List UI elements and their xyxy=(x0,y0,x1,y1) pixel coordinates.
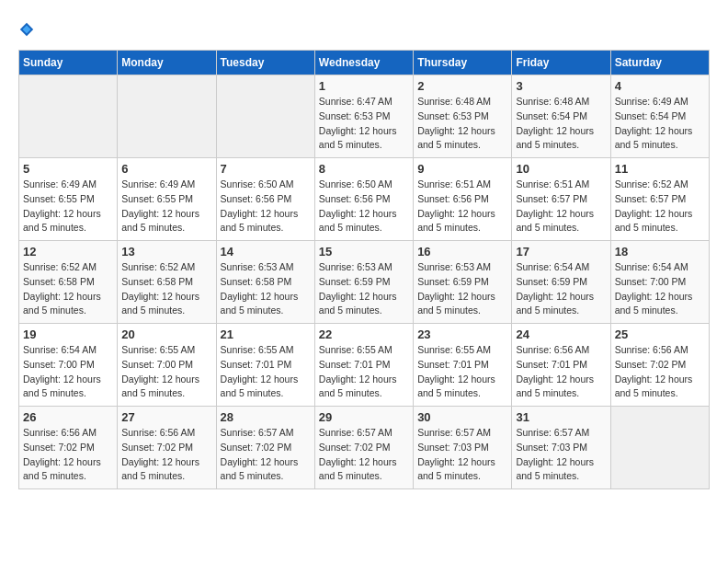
day-info: Sunrise: 6:52 AMSunset: 6:57 PMDaylight:… xyxy=(615,178,705,236)
calendar-cell: 2Sunrise: 6:48 AMSunset: 6:53 PMDaylight… xyxy=(414,75,512,158)
day-number: 21 xyxy=(221,327,311,341)
calendar-cell: 28Sunrise: 6:57 AMSunset: 7:02 PMDayligh… xyxy=(216,407,314,489)
page-header xyxy=(18,18,710,40)
day-info: Sunrise: 6:55 AMSunset: 7:00 PMDaylight:… xyxy=(121,343,211,401)
calendar-cell: 8Sunrise: 6:50 AMSunset: 6:56 PMDaylight… xyxy=(314,158,413,241)
calendar-week-row: 12Sunrise: 6:52 AMSunset: 6:58 PMDayligh… xyxy=(19,241,710,324)
day-info: Sunrise: 6:49 AMSunset: 6:55 PMDaylight:… xyxy=(23,178,113,236)
calendar-cell: 11Sunrise: 6:52 AMSunset: 6:57 PMDayligh… xyxy=(610,158,709,241)
calendar-cell: 20Sunrise: 6:55 AMSunset: 7:00 PMDayligh… xyxy=(118,324,216,407)
day-number: 9 xyxy=(417,162,507,176)
day-number: 27 xyxy=(121,410,211,424)
column-header-sunday: Sunday xyxy=(19,51,118,75)
day-info: Sunrise: 6:57 AMSunset: 7:02 PMDaylight:… xyxy=(319,426,409,484)
day-info: Sunrise: 6:47 AMSunset: 6:53 PMDaylight:… xyxy=(319,95,409,153)
day-number: 7 xyxy=(221,162,311,176)
logo-icon xyxy=(18,21,35,38)
day-info: Sunrise: 6:48 AMSunset: 6:53 PMDaylight:… xyxy=(417,95,507,153)
day-info: Sunrise: 6:49 AMSunset: 6:54 PMDaylight:… xyxy=(615,95,705,153)
calendar-week-row: 19Sunrise: 6:54 AMSunset: 7:00 PMDayligh… xyxy=(19,324,710,407)
day-number: 15 xyxy=(319,245,409,259)
day-number: 24 xyxy=(516,327,606,341)
calendar-cell xyxy=(216,75,314,158)
calendar-week-row: 1Sunrise: 6:47 AMSunset: 6:53 PMDaylight… xyxy=(19,75,710,158)
column-header-thursday: Thursday xyxy=(414,51,512,75)
day-info: Sunrise: 6:56 AMSunset: 7:02 PMDaylight:… xyxy=(121,426,211,484)
day-info: Sunrise: 6:54 AMSunset: 6:59 PMDaylight:… xyxy=(516,260,606,318)
day-info: Sunrise: 6:52 AMSunset: 6:58 PMDaylight:… xyxy=(23,260,113,318)
day-info: Sunrise: 6:54 AMSunset: 7:00 PMDaylight:… xyxy=(615,260,705,318)
day-info: Sunrise: 6:51 AMSunset: 6:56 PMDaylight:… xyxy=(417,178,507,236)
calendar-cell: 19Sunrise: 6:54 AMSunset: 7:00 PMDayligh… xyxy=(19,324,118,407)
day-number: 12 xyxy=(23,245,113,259)
day-number: 5 xyxy=(23,162,113,176)
day-info: Sunrise: 6:55 AMSunset: 7:01 PMDaylight:… xyxy=(319,343,409,401)
day-number: 30 xyxy=(417,410,507,424)
day-info: Sunrise: 6:55 AMSunset: 7:01 PMDaylight:… xyxy=(221,343,311,401)
calendar-cell: 3Sunrise: 6:48 AMSunset: 6:54 PMDaylight… xyxy=(512,75,610,158)
day-number: 31 xyxy=(516,410,606,424)
day-number: 25 xyxy=(615,327,705,341)
day-number: 18 xyxy=(615,245,705,259)
day-number: 23 xyxy=(417,327,507,341)
calendar-cell xyxy=(19,75,118,158)
day-info: Sunrise: 6:49 AMSunset: 6:55 PMDaylight:… xyxy=(121,178,211,236)
calendar-cell: 13Sunrise: 6:52 AMSunset: 6:58 PMDayligh… xyxy=(118,241,216,324)
calendar-cell: 26Sunrise: 6:56 AMSunset: 7:02 PMDayligh… xyxy=(19,407,118,489)
column-header-monday: Monday xyxy=(118,51,216,75)
day-info: Sunrise: 6:57 AMSunset: 7:02 PMDaylight:… xyxy=(221,426,311,484)
day-number: 1 xyxy=(319,79,409,93)
calendar-cell: 27Sunrise: 6:56 AMSunset: 7:02 PMDayligh… xyxy=(118,407,216,489)
day-number: 11 xyxy=(615,162,705,176)
day-info: Sunrise: 6:54 AMSunset: 7:00 PMDaylight:… xyxy=(23,343,113,401)
calendar-cell xyxy=(118,75,216,158)
day-info: Sunrise: 6:55 AMSunset: 7:01 PMDaylight:… xyxy=(417,343,507,401)
calendar-cell: 30Sunrise: 6:57 AMSunset: 7:03 PMDayligh… xyxy=(414,407,512,489)
calendar-header-row: SundayMondayTuesdayWednesdayThursdayFrid… xyxy=(19,51,710,75)
day-number: 17 xyxy=(516,245,606,259)
calendar-cell: 9Sunrise: 6:51 AMSunset: 6:56 PMDaylight… xyxy=(414,158,512,241)
day-number: 29 xyxy=(319,410,409,424)
calendar-cell: 17Sunrise: 6:54 AMSunset: 6:59 PMDayligh… xyxy=(512,241,610,324)
day-info: Sunrise: 6:53 AMSunset: 6:59 PMDaylight:… xyxy=(319,260,409,318)
calendar-cell: 25Sunrise: 6:56 AMSunset: 7:02 PMDayligh… xyxy=(610,324,709,407)
day-info: Sunrise: 6:57 AMSunset: 7:03 PMDaylight:… xyxy=(516,426,606,484)
calendar-week-row: 5Sunrise: 6:49 AMSunset: 6:55 PMDaylight… xyxy=(19,158,710,241)
calendar-week-row: 26Sunrise: 6:56 AMSunset: 7:02 PMDayligh… xyxy=(19,407,710,489)
column-header-tuesday: Tuesday xyxy=(216,51,314,75)
calendar-cell: 21Sunrise: 6:55 AMSunset: 7:01 PMDayligh… xyxy=(216,324,314,407)
day-info: Sunrise: 6:50 AMSunset: 6:56 PMDaylight:… xyxy=(319,178,409,236)
day-number: 19 xyxy=(23,327,113,341)
calendar-cell: 1Sunrise: 6:47 AMSunset: 6:53 PMDaylight… xyxy=(314,75,413,158)
day-number: 26 xyxy=(23,410,113,424)
calendar-cell: 5Sunrise: 6:49 AMSunset: 6:55 PMDaylight… xyxy=(19,158,118,241)
day-info: Sunrise: 6:50 AMSunset: 6:56 PMDaylight:… xyxy=(221,178,311,236)
day-number: 3 xyxy=(516,79,606,93)
day-info: Sunrise: 6:57 AMSunset: 7:03 PMDaylight:… xyxy=(417,426,507,484)
calendar-cell: 12Sunrise: 6:52 AMSunset: 6:58 PMDayligh… xyxy=(19,241,118,324)
calendar-cell: 6Sunrise: 6:49 AMSunset: 6:55 PMDaylight… xyxy=(118,158,216,241)
day-number: 8 xyxy=(319,162,409,176)
column-header-wednesday: Wednesday xyxy=(314,51,413,75)
column-header-saturday: Saturday xyxy=(610,51,709,75)
calendar-cell: 7Sunrise: 6:50 AMSunset: 6:56 PMDaylight… xyxy=(216,158,314,241)
day-number: 6 xyxy=(121,162,211,176)
calendar-cell xyxy=(610,407,709,489)
day-number: 16 xyxy=(417,245,507,259)
day-info: Sunrise: 6:52 AMSunset: 6:58 PMDaylight:… xyxy=(121,260,211,318)
day-info: Sunrise: 6:48 AMSunset: 6:54 PMDaylight:… xyxy=(516,95,606,153)
day-number: 10 xyxy=(516,162,606,176)
day-info: Sunrise: 6:53 AMSunset: 6:58 PMDaylight:… xyxy=(221,260,311,318)
calendar-cell: 22Sunrise: 6:55 AMSunset: 7:01 PMDayligh… xyxy=(314,324,413,407)
logo xyxy=(18,18,37,40)
calendar-cell: 31Sunrise: 6:57 AMSunset: 7:03 PMDayligh… xyxy=(512,407,610,489)
day-info: Sunrise: 6:56 AMSunset: 7:02 PMDaylight:… xyxy=(615,343,705,401)
day-number: 4 xyxy=(615,79,705,93)
calendar-cell: 29Sunrise: 6:57 AMSunset: 7:02 PMDayligh… xyxy=(314,407,413,489)
calendar-cell: 14Sunrise: 6:53 AMSunset: 6:58 PMDayligh… xyxy=(216,241,314,324)
day-info: Sunrise: 6:51 AMSunset: 6:57 PMDaylight:… xyxy=(516,178,606,236)
calendar-table: SundayMondayTuesdayWednesdayThursdayFrid… xyxy=(18,50,710,489)
day-number: 20 xyxy=(121,327,211,341)
day-info: Sunrise: 6:53 AMSunset: 6:59 PMDaylight:… xyxy=(417,260,507,318)
calendar-cell: 4Sunrise: 6:49 AMSunset: 6:54 PMDaylight… xyxy=(610,75,709,158)
